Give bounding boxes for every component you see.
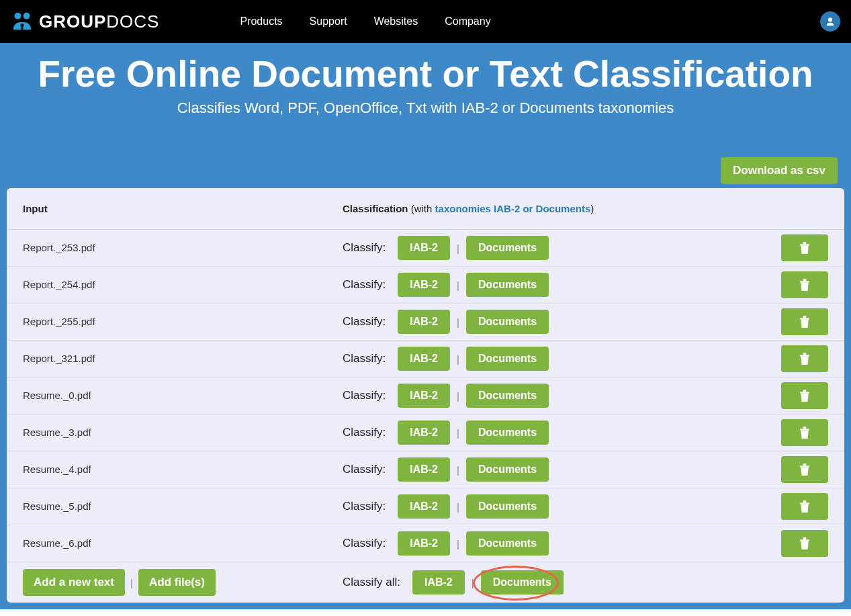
classify-iab2-button[interactable]: IAB-2 xyxy=(398,494,450,519)
classify-label: Classify: xyxy=(343,315,386,328)
header-classification: Classification (with taxonomies IAB-2 or… xyxy=(343,203,774,214)
trash-icon xyxy=(799,537,810,549)
svg-rect-20 xyxy=(803,500,807,502)
classify-iab2-button[interactable]: IAB-2 xyxy=(398,310,450,334)
delete-button[interactable] xyxy=(781,456,828,483)
nav-websites[interactable]: Websites xyxy=(374,15,418,28)
svg-point-1 xyxy=(24,13,30,19)
hero-section: Free Online Document or Text Classificat… xyxy=(0,43,851,609)
file-name: Report._253.pdf xyxy=(23,242,95,253)
delete-button[interactable] xyxy=(781,345,828,372)
trash-icon xyxy=(799,353,810,365)
svg-rect-15 xyxy=(800,429,809,430)
svg-rect-12 xyxy=(803,353,807,355)
brand-logo[interactable]: GROUPDOCS xyxy=(11,11,159,32)
table-row: Resume._4.pdf Classify: IAB-2 | Document… xyxy=(7,451,844,488)
classify-all-iab2-button[interactable]: IAB-2 xyxy=(412,570,465,595)
delete-button[interactable] xyxy=(781,530,828,557)
svg-rect-6 xyxy=(803,242,807,244)
table-row: Report._255.pdf Classify: IAB-2 | Docume… xyxy=(7,304,844,341)
svg-rect-3 xyxy=(21,26,23,30)
file-name: Report._255.pdf xyxy=(23,316,95,327)
svg-rect-11 xyxy=(800,355,809,356)
classify-label: Classify: xyxy=(343,537,386,550)
file-name: Resume._5.pdf xyxy=(23,500,91,512)
user-icon xyxy=(825,17,835,26)
delete-button[interactable] xyxy=(781,271,828,298)
trash-icon xyxy=(799,464,810,476)
classify-documents-button[interactable]: Documents xyxy=(466,457,549,482)
classify-label: Classify: xyxy=(343,278,386,292)
taxonomies-link[interactable]: taxonomies IAB-2 or Documents xyxy=(435,203,591,214)
classify-iab2-button[interactable]: IAB-2 xyxy=(398,457,450,482)
classify-documents-button[interactable]: Documents xyxy=(466,310,549,334)
table-row: Resume._3.pdf Classify: IAB-2 | Document… xyxy=(7,414,844,451)
delete-button[interactable] xyxy=(781,493,828,520)
table-row: Report._253.pdf Classify: IAB-2 | Docume… xyxy=(7,230,844,267)
table-row: Resume._0.pdf Classify: IAB-2 | Document… xyxy=(7,378,844,414)
svg-point-0 xyxy=(14,13,21,19)
delete-button[interactable] xyxy=(781,382,828,409)
table-row: Resume._5.pdf Classify: IAB-2 | Document… xyxy=(7,488,844,525)
delete-button[interactable] xyxy=(781,308,828,335)
delete-button[interactable] xyxy=(781,234,828,261)
svg-rect-17 xyxy=(800,466,809,467)
svg-rect-5 xyxy=(800,244,809,245)
delete-button[interactable] xyxy=(781,419,828,446)
file-name: Resume._6.pdf xyxy=(23,537,91,549)
svg-rect-21 xyxy=(800,539,809,541)
svg-rect-10 xyxy=(803,316,807,318)
header-input: Input xyxy=(23,203,343,214)
list-footer: Add a new text | Add file(s) Classify al… xyxy=(7,562,844,603)
svg-rect-22 xyxy=(803,537,807,539)
svg-rect-16 xyxy=(803,427,807,429)
classify-label: Classify: xyxy=(343,426,386,439)
list-header: Input Classification (with taxonomies IA… xyxy=(7,188,844,230)
user-account-button[interactable] xyxy=(820,11,840,32)
classify-label: Classify: xyxy=(343,500,386,513)
classify-iab2-button[interactable]: IAB-2 xyxy=(398,531,450,556)
table-row: Report._254.pdf Classify: IAB-2 | Docume… xyxy=(7,267,844,304)
svg-rect-18 xyxy=(803,464,807,466)
add-text-button[interactable]: Add a new text xyxy=(23,569,125,596)
footer-separator: | xyxy=(130,577,133,588)
trash-icon xyxy=(799,390,810,402)
add-files-button[interactable]: Add file(s) xyxy=(138,569,216,596)
table-row: Report._321.pdf Classify: IAB-2 | Docume… xyxy=(7,341,844,378)
classify-iab2-button[interactable]: IAB-2 xyxy=(398,236,450,260)
svg-rect-14 xyxy=(803,390,807,392)
svg-point-4 xyxy=(828,17,832,21)
nav-products[interactable]: Products xyxy=(240,15,282,28)
file-name: Resume._4.pdf xyxy=(23,464,91,475)
classify-documents-button[interactable]: Documents xyxy=(466,531,549,556)
file-name: Resume._3.pdf xyxy=(23,427,91,438)
svg-rect-13 xyxy=(800,392,809,393)
classify-iab2-button[interactable]: IAB-2 xyxy=(398,347,450,371)
download-csv-button[interactable]: Download as csv xyxy=(721,157,838,184)
classify-documents-button[interactable]: Documents xyxy=(466,347,549,371)
classify-iab2-button[interactable]: IAB-2 xyxy=(398,273,450,297)
trash-icon xyxy=(799,316,810,328)
classify-label: Classify: xyxy=(343,241,386,255)
file-name: Report._254.pdf xyxy=(23,279,95,290)
classify-label: Classify: xyxy=(343,463,386,476)
trash-icon xyxy=(799,427,810,439)
classify-documents-button[interactable]: Documents xyxy=(466,421,549,445)
svg-rect-19 xyxy=(800,502,809,504)
groupdocs-icon xyxy=(11,12,34,31)
classify-documents-button[interactable]: Documents xyxy=(466,494,549,519)
classify-iab2-button[interactable]: IAB-2 xyxy=(398,384,450,408)
nav-support[interactable]: Support xyxy=(310,15,347,28)
classify-label: Classify: xyxy=(343,389,386,402)
classify-documents-button[interactable]: Documents xyxy=(466,384,549,408)
nav-company[interactable]: Company xyxy=(445,15,490,28)
file-list-card: Input Classification (with taxonomies IA… xyxy=(7,188,844,603)
classify-all-documents-button[interactable]: Documents xyxy=(481,570,564,595)
classify-iab2-button[interactable]: IAB-2 xyxy=(398,421,450,445)
classify-documents-button[interactable]: Documents xyxy=(466,273,549,297)
trash-icon xyxy=(799,279,810,291)
classify-documents-button[interactable]: Documents xyxy=(466,236,549,260)
top-navbar: GROUPDOCS Products Support Websites Comp… xyxy=(0,0,851,43)
file-name: Resume._0.pdf xyxy=(23,390,91,401)
svg-rect-7 xyxy=(800,281,809,282)
